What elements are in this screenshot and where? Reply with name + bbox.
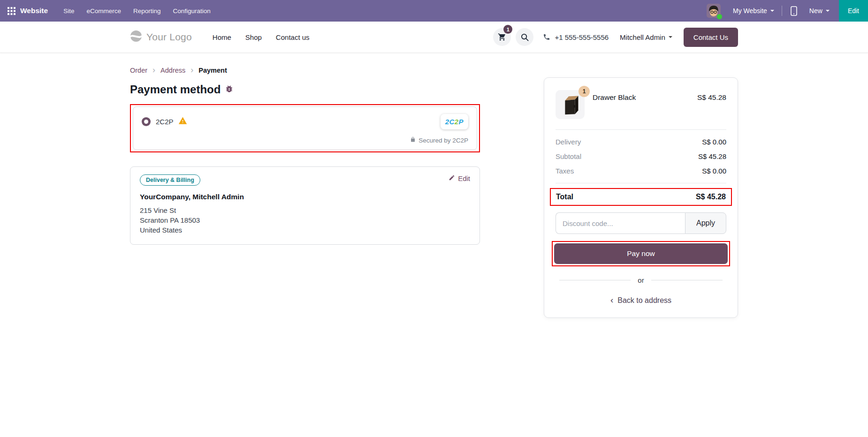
divider xyxy=(782,6,782,16)
site-logo[interactable]: Your Logo xyxy=(130,30,192,44)
annotation-box-payment-method: 2C2P 2C2P Secured by 2C2P xyxy=(130,104,480,152)
chevron-right-icon: › xyxy=(190,66,193,75)
summary-row-taxes: Taxes S$ 0.00 xyxy=(556,164,726,178)
cart-icon xyxy=(498,33,506,41)
breadcrumb: Order › Address › Payment xyxy=(130,62,480,75)
phone-icon xyxy=(543,33,550,41)
product-price: S$ 45.28 xyxy=(697,90,726,102)
logo-mark-icon xyxy=(130,30,142,44)
product-name: Drawer Black xyxy=(593,90,636,102)
cart-button[interactable]: 1 xyxy=(493,28,511,46)
address-line: United States xyxy=(140,225,470,235)
mobile-preview-icon[interactable] xyxy=(784,0,804,22)
pay-now-button[interactable]: Pay now xyxy=(554,243,728,264)
apps-grid-icon[interactable] xyxy=(8,7,15,15)
lock-icon xyxy=(410,136,416,144)
apply-discount-button[interactable]: Apply xyxy=(685,212,726,234)
or-separator: or xyxy=(559,276,723,284)
warning-icon xyxy=(178,116,187,127)
contact-us-button[interactable]: Contact Us xyxy=(684,28,738,47)
checkout-main: Order › Address › Payment Payment method… xyxy=(124,53,744,318)
summary-row-delivery: Delivery S$ 0.00 xyxy=(556,135,726,149)
logo-text: Your Logo xyxy=(146,31,192,43)
nav-home[interactable]: Home xyxy=(207,30,237,45)
search-icon xyxy=(521,33,529,41)
edit-address-link[interactable]: Edit xyxy=(449,174,470,182)
chevron-left-icon: ‹ xyxy=(610,295,613,305)
address-name: YourCompany, Mitchell Admin xyxy=(140,193,470,201)
website-switcher[interactable]: My Website xyxy=(727,0,780,22)
chevron-right-icon: › xyxy=(152,66,155,75)
search-button[interactable] xyxy=(516,28,533,46)
order-summary-card: 1 Drawer Black S$ 45.28 Delivery S$ 0.00… xyxy=(544,77,738,318)
new-button[interactable]: New xyxy=(804,0,835,22)
user-avatar[interactable] xyxy=(707,4,721,18)
divider xyxy=(556,183,726,183)
menu-site[interactable]: Site xyxy=(57,0,80,22)
cart-line-item: 1 Drawer Black S$ 45.28 xyxy=(556,86,726,125)
menu-ecommerce[interactable]: eCommerce xyxy=(80,0,127,22)
breadcrumb-address[interactable]: Address xyxy=(160,67,185,74)
address-block: 215 Vine St Scranton PA 18503 United Sta… xyxy=(140,205,470,235)
annotation-box-pay-now: Pay now xyxy=(552,241,730,266)
total-value: S$ 45.28 xyxy=(696,193,726,201)
breadcrumb-order[interactable]: Order xyxy=(130,67,147,74)
breadcrumb-payment: Payment xyxy=(198,67,227,74)
delivery-billing-badge: Delivery & Billing xyxy=(140,174,200,186)
back-to-address-link[interactable]: ‹ Back to address xyxy=(610,295,671,305)
product-image-drawer-black: 1 xyxy=(556,90,585,119)
delivery-billing-card: Delivery & Billing Edit YourCompany, Mit… xyxy=(130,166,480,245)
payment-radio-2c2p[interactable] xyxy=(142,117,151,126)
page-title: Payment method xyxy=(130,83,480,96)
header-phone-link[interactable]: +1 555-555-5556 xyxy=(543,33,609,41)
address-line: Scranton PA 18503 xyxy=(140,215,470,225)
cart-count-badge: 1 xyxy=(503,25,512,34)
user-account-menu[interactable]: Mitchell Admin xyxy=(620,33,672,41)
secured-by-note: Secured by 2C2P xyxy=(410,136,468,144)
chevron-down-icon xyxy=(826,10,830,12)
menu-configuration[interactable]: Configuration xyxy=(167,0,217,22)
app-name-website[interactable]: Website xyxy=(20,7,48,15)
phone-number: +1 555-555-5556 xyxy=(555,33,609,41)
main-nav: Home Shop Contact us xyxy=(207,30,315,45)
menu-reporting[interactable]: Reporting xyxy=(127,0,167,22)
payment-option-card: 2C2P 2C2P Secured by 2C2P xyxy=(133,106,477,150)
pencil-icon xyxy=(449,174,455,182)
address-line: 215 Vine St xyxy=(140,205,470,215)
debug-bug-icon xyxy=(225,83,234,96)
discount-code-group: Apply xyxy=(556,212,726,234)
discount-code-input[interactable] xyxy=(556,212,685,234)
annotation-box-total: Total S$ 45.28 xyxy=(550,188,732,206)
divider xyxy=(556,129,726,130)
chevron-down-icon xyxy=(770,10,774,12)
online-status-dot xyxy=(717,14,722,19)
chevron-down-icon xyxy=(669,36,672,38)
payment-provider-label[interactable]: 2C2P xyxy=(156,118,174,126)
total-label: Total xyxy=(556,193,573,201)
summary-row-subtotal: Subtotal S$ 45.28 xyxy=(556,149,726,164)
provider-logo-2c2p: 2C2P xyxy=(441,114,468,129)
quantity-badge: 1 xyxy=(579,86,590,97)
edit-button[interactable]: Edit xyxy=(839,0,868,22)
site-header: Your Logo Home Shop Contact us 1 +1 555-… xyxy=(0,22,868,53)
admin-topbar: Website Site eCommerce Reporting Configu… xyxy=(0,0,868,22)
nav-contact-us[interactable]: Contact us xyxy=(270,30,315,45)
nav-shop[interactable]: Shop xyxy=(240,30,267,45)
